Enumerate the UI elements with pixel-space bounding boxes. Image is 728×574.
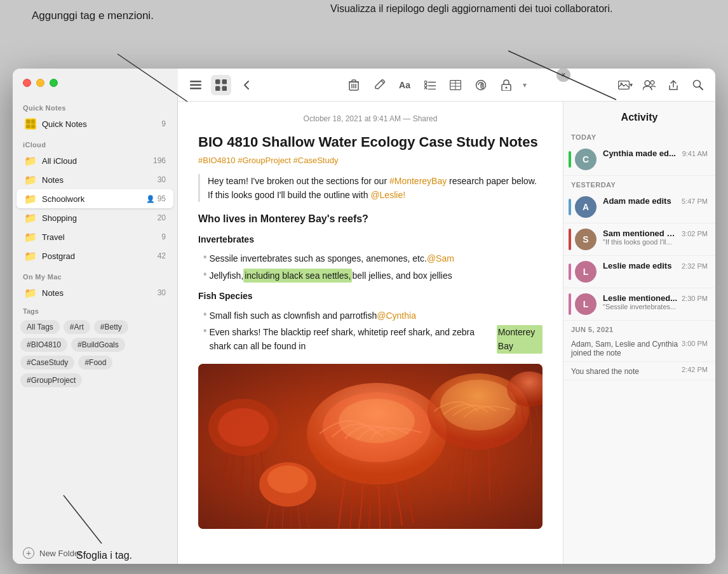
annotation-activity: Visualizza il riepilogo degli aggiorname…: [330, 3, 612, 16]
list-view-button[interactable]: [185, 75, 206, 95]
table-button[interactable]: [445, 75, 466, 95]
activity-date-jun5: JUN 5, 2021: [563, 321, 715, 336]
sidebar-item-notes-icloud[interactable]: 📁 Notes 30: [17, 170, 173, 189]
sidebar-item-notes-mac[interactable]: 📁 Notes 30: [17, 283, 173, 302]
notes-mac-label: Notes: [42, 288, 158, 298]
folder-icon-travel: 📁: [24, 230, 37, 243]
activity-dot-red: [569, 229, 571, 250]
search-button[interactable]: [687, 75, 708, 95]
activity-shared-time: 2:42 PM: [682, 366, 708, 373]
activity-item-joined: 3:00 PM Adam, Sam, Leslie and Cynthia jo…: [563, 336, 715, 362]
tag-betty[interactable]: #Betty: [94, 320, 128, 334]
svg-rect-3: [190, 81, 201, 83]
new-folder-plus-icon: +: [23, 547, 34, 559]
activity-item-leslie-edit[interactable]: L Leslie made edits 2:32 PM: [563, 256, 715, 288]
shopping-label: Shopping: [42, 213, 158, 223]
note-body: Who lives in Monterey Bay's reefs? Inver…: [198, 211, 543, 353]
activity-item-adam[interactable]: A Adam made edits 5:47 PM: [563, 191, 715, 224]
activity-item-leslie-mention[interactable]: L Leslie mentioned... "Sessile invertebr…: [563, 288, 715, 321]
collaborate-button[interactable]: [639, 75, 659, 95]
format-button[interactable]: Aa: [394, 75, 415, 95]
toolbar-right: ▾: [615, 75, 708, 95]
postgrad-count: 42: [158, 251, 166, 260]
tags-grid: All Tags #Art #Betty #BIO4810 #BuildGoal…: [20, 320, 170, 387]
activity-item-cynthia[interactable]: C Cynthia made ed... 9:41 AM: [563, 144, 715, 176]
compose-button[interactable]: [369, 75, 389, 95]
notes-icloud-count: 30: [158, 175, 166, 184]
svg-point-50: [267, 465, 308, 493]
activity-item-sam[interactable]: S Sam mentioned L... "If this looks good…: [563, 224, 715, 256]
note-image: [198, 364, 543, 529]
tag-bio4810[interactable]: #BIO4810: [20, 338, 67, 352]
tag-casestudy[interactable]: #CaseStudy: [20, 356, 74, 370]
back-button[interactable]: [236, 75, 257, 95]
share-badge-icon: 👤: [146, 195, 155, 203]
notes-icloud-label: Notes: [42, 175, 158, 185]
close-button[interactable]: [23, 79, 31, 87]
checklist-button[interactable]: [420, 75, 440, 95]
subsection2-title: Fish Species: [198, 289, 543, 303]
note-area: October 18, 2021 at 9:41 AM — Shared BIO…: [178, 102, 563, 564]
annotation-tags-mentions: Aggunggi tag e menzioni.: [32, 9, 154, 23]
note-tags: #BIO4810 #GroupProject #CaseStudy: [198, 156, 543, 165]
sidebar-item-all-icloud[interactable]: 📁 All iCloud 196: [17, 151, 173, 170]
activity-leslie-quote: "Sessile invertebrates...: [603, 303, 678, 310]
note-intro: Hey team! I've broken out the sections f…: [208, 174, 543, 203]
activity-avatar-adam: A: [575, 196, 597, 218]
tag-art[interactable]: #Art: [64, 320, 90, 334]
bullet-2: Jellyfish, including black sea nettles, …: [198, 269, 543, 283]
note-intro-block: Hey team! I've broken out the sections f…: [198, 174, 543, 203]
activity-item-content-leslie-mention: Leslie mentioned... "Sessile invertebrat…: [603, 293, 678, 310]
all-icloud-count: 196: [153, 156, 166, 165]
minimize-button[interactable]: [36, 79, 44, 87]
media-button[interactable]: ▾: [615, 75, 635, 95]
activity-item-content-adam: Adam made edits: [603, 196, 678, 206]
activity-dot-pink2: [569, 293, 571, 315]
travel-count: 9: [161, 232, 166, 241]
mention-cynthia: @Cynthia: [377, 309, 416, 323]
attachment-button[interactable]: [471, 75, 491, 95]
activity-adam-time: 5:47 PM: [682, 197, 708, 205]
svg-rect-4: [190, 84, 201, 86]
note-title: BIO 4810 Shallow Water Ecology Case Stud…: [198, 133, 543, 152]
tag-groupproject[interactable]: #GroupProject: [20, 373, 82, 387]
lock-button[interactable]: [496, 75, 516, 95]
folder-icon-schoolwork: 📁: [24, 192, 37, 205]
delete-button[interactable]: [344, 75, 364, 95]
sidebar-item-travel[interactable]: 📁 Travel 9: [17, 227, 173, 246]
tag-food[interactable]: #Food: [78, 356, 112, 370]
tag-buildgoals[interactable]: #BuildGoals: [71, 338, 125, 352]
activity-date-yesterday: YESTERDAY: [563, 176, 715, 191]
activity-close-button[interactable]: ×: [556, 69, 570, 82]
tags-section: Tags All Tags #Art #Betty #BIO4810 #Buil…: [13, 302, 177, 392]
svg-point-20: [424, 88, 427, 90]
activity-avatar-leslie-edit: L: [575, 261, 597, 283]
share-button[interactable]: [663, 75, 684, 95]
maximize-button[interactable]: [50, 79, 58, 87]
gallery-view-button[interactable]: [211, 75, 231, 95]
activity-panel: Activity TODAY C Cynthia made ed... 9:41…: [563, 102, 715, 564]
tag-all-tags[interactable]: All Tags: [20, 320, 60, 334]
notes-mac-count: 30: [158, 288, 166, 297]
svg-rect-7: [222, 79, 227, 84]
svg-point-32: [650, 81, 654, 84]
tags-section-label: Tags: [20, 307, 170, 315]
activity-dot-green: [569, 151, 571, 168]
quick-notes-label: Quick Notes: [42, 119, 161, 129]
sidebar-item-postgrad[interactable]: 📁 Postgrad 42: [17, 246, 173, 265]
sidebar-item-quick-notes[interactable]: Quick Notes 9: [17, 114, 173, 133]
schoolwork-label: Schoolwork: [42, 194, 146, 204]
sidebar-item-schoolwork[interactable]: 📁 Schoolwork 👤 95: [17, 189, 173, 208]
svg-rect-29: [618, 81, 629, 89]
toolbar: Aa: [178, 69, 715, 102]
activity-header: Activity: [563, 102, 715, 128]
activity-item-content-leslie-edit: Leslie made edits: [603, 261, 678, 270]
highlight-monterey: Monterey Bay: [497, 325, 543, 354]
new-folder-button[interactable]: + New Folder: [13, 542, 177, 564]
svg-point-31: [645, 81, 650, 86]
folder-icon-notes: 📁: [24, 173, 37, 186]
svg-rect-9: [222, 86, 227, 91]
activity-dot-pink1: [569, 264, 571, 280]
note-meta: October 18, 2021 at 9:41 AM — Shared: [198, 114, 543, 123]
sidebar-item-shopping[interactable]: 📁 Shopping 20: [17, 208, 173, 227]
